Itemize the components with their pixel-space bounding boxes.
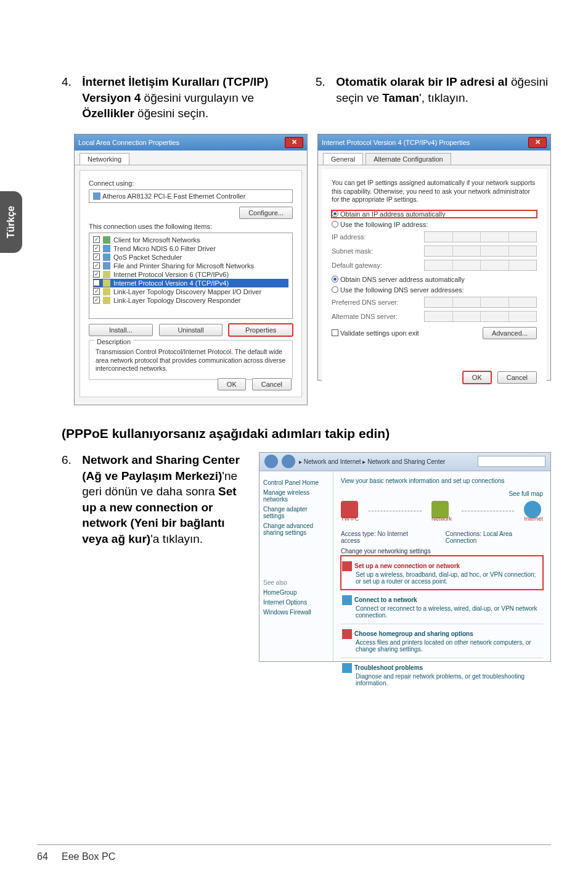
- checkbox-icon[interactable]: ✓: [93, 245, 100, 252]
- step-5-bold-2: Taman: [382, 91, 419, 104]
- items-listbox[interactable]: ✓Client for Microsoft Networks ✓Trend Mi…: [89, 233, 293, 319]
- step-4-text-2: öğesini seçin.: [134, 107, 208, 120]
- dlg1-title: Local Area Connection Properties: [78, 139, 179, 146]
- step-4-number: 4.: [62, 74, 79, 90]
- configure-button[interactable]: Configure...: [239, 207, 293, 219]
- client-icon: [103, 236, 110, 244]
- pdns-label: Preferred DNS server:: [332, 299, 424, 306]
- advanced-button[interactable]: Advanced...: [483, 327, 537, 339]
- connect-desc: Connect or reconnect to a wireless, wire…: [356, 605, 542, 619]
- connections-label: Connections:: [446, 530, 481, 537]
- troubleshoot-icon: [342, 663, 352, 673]
- ok-button[interactable]: OK: [218, 378, 246, 390]
- obtain-dns-auto-row[interactable]: Obtain DNS server address automatically: [332, 276, 537, 283]
- radio-icon[interactable]: [332, 221, 338, 228]
- radio-icon[interactable]: [332, 276, 338, 283]
- see-full-map-link[interactable]: See full map: [508, 490, 543, 497]
- language-tab-label: Türkçe: [6, 206, 17, 238]
- pdns-input: [424, 297, 537, 308]
- sidebar-item[interactable]: Change adapter settings: [263, 506, 329, 519]
- nsc-main: View your basic network information and …: [333, 471, 550, 661]
- step-5-number: 5.: [316, 74, 333, 90]
- homegroup-block[interactable]: Choose homegroup and sharing options Acc…: [341, 624, 543, 658]
- radio-icon[interactable]: [332, 210, 338, 217]
- list-item: ✓Link-Layer Topology Discovery Responder: [93, 296, 288, 305]
- ok-button[interactable]: OK: [463, 371, 491, 384]
- checkbox-icon[interactable]: ✓: [93, 262, 100, 269]
- connect-title: Connect to a network: [354, 596, 417, 603]
- lltd-mapper-icon: [103, 288, 110, 295]
- checkbox-icon[interactable]: ✓: [93, 254, 100, 260]
- use-ip-row[interactable]: Use the following IP address:: [332, 221, 537, 228]
- obtain-ip-auto-row[interactable]: Obtain an IP address automatically: [332, 210, 537, 218]
- setup-new-connection-block[interactable]: Set up a new connection or network Set u…: [341, 556, 543, 590]
- connect-network-block[interactable]: Connect to a network Connect or reconnec…: [341, 590, 543, 624]
- list-item-selected: ✓Internet Protocol Version 4 (TCP/IPv4): [93, 279, 288, 287]
- adns-input: [424, 311, 537, 322]
- forward-icon[interactable]: [282, 455, 295, 468]
- step-4-text-1: öğesini vurgulayın ve: [141, 91, 254, 104]
- search-input[interactable]: [478, 456, 545, 467]
- ipv4-blurb: You can get IP settings assigned automat…: [332, 179, 537, 204]
- step-6-text-2: 'a tıklayın.: [150, 532, 203, 545]
- cancel-button[interactable]: Cancel: [252, 378, 292, 390]
- dlg1-titlebar: Local Area Connection Properties ✕: [75, 134, 307, 151]
- homegroup-title: Choose homegroup and sharing options: [354, 630, 473, 637]
- tab-alternate[interactable]: Alternate Configuration: [365, 153, 451, 165]
- page-number: 64: [37, 851, 48, 862]
- step-5-text-2: ', tıklayın.: [419, 91, 468, 104]
- validate-checkbox[interactable]: [332, 329, 338, 336]
- tab-general[interactable]: General: [323, 153, 363, 165]
- step-6-bold-1: Network and Sharing Center (Ağ ve Paylaş…: [82, 453, 240, 482]
- list-item: ✓File and Printer Sharing for Microsoft …: [93, 262, 288, 270]
- description-text: Transmission Control Protocol/Internet P…: [96, 348, 286, 373]
- breadcrumb[interactable]: ▸ Network and Internet ▸ Network and Sha…: [299, 458, 474, 465]
- close-icon[interactable]: ✕: [528, 137, 547, 148]
- sidebar-item[interactable]: Control Panel Home: [263, 479, 329, 486]
- sidebar-item[interactable]: Manage wireless networks: [263, 489, 329, 503]
- checkbox-icon[interactable]: ✓: [93, 279, 100, 286]
- use-ip-label: Use the following IP address:: [340, 221, 428, 228]
- tab-networking[interactable]: Networking: [80, 153, 129, 165]
- nsc-heading: View your basic network information and …: [341, 477, 543, 484]
- nic-icon: [93, 192, 100, 200]
- troubleshoot-desc: Diagnose and repair network problems, or…: [356, 673, 542, 687]
- properties-button[interactable]: Properties: [229, 324, 293, 336]
- gateway-label: Default gateway:: [332, 262, 424, 269]
- network-sharing-center: ▸ Network and Internet ▸ Network and Sha…: [259, 452, 551, 662]
- checkbox-icon[interactable]: ✓: [93, 297, 100, 303]
- ip-input: [424, 231, 537, 242]
- close-icon[interactable]: ✕: [285, 137, 303, 148]
- checkbox-icon[interactable]: ✓: [93, 236, 100, 243]
- fileshare-icon: [103, 262, 110, 270]
- list-item: ✓Trend Micro NDIS 6.0 Filter Driver: [93, 244, 288, 253]
- dlg1-tabs: Networking: [75, 151, 307, 165]
- connect-using-label: Connect using:: [89, 179, 293, 187]
- gateway-input: [424, 260, 537, 271]
- sidebar-item[interactable]: HomeGroup: [263, 589, 329, 596]
- validate-label: Validate settings upon exit: [340, 329, 419, 337]
- checkbox-icon[interactable]: ✓: [93, 271, 100, 278]
- subnet-input: [424, 245, 537, 257]
- back-icon[interactable]: [264, 455, 278, 468]
- ip-label: IP address:: [332, 233, 424, 241]
- list-item: ✓Client for Microsoft Networks: [93, 236, 288, 244]
- sidebar-item[interactable]: Windows Firewall: [263, 609, 329, 616]
- language-tab: Türkçe: [0, 191, 22, 253]
- list-item: ✓Link-Layer Topology Discovery Mapper I/…: [93, 287, 288, 296]
- uses-items-label: This connection uses the following items…: [89, 223, 293, 230]
- cancel-button[interactable]: Cancel: [497, 371, 537, 384]
- troubleshoot-block[interactable]: Troubleshoot problems Diagnose and repai…: [341, 658, 543, 691]
- radio-icon[interactable]: [332, 286, 338, 293]
- checkbox-icon[interactable]: ✓: [93, 288, 100, 295]
- nsc-sidebar: Control Panel Home Manage wireless netwo…: [259, 471, 333, 661]
- homegroup-desc: Access files and printers located on oth…: [356, 639, 542, 653]
- uninstall-button[interactable]: Uninstall: [159, 324, 223, 336]
- sidebar-item[interactable]: Change advanced sharing settings: [263, 522, 329, 536]
- sidebar-item[interactable]: Internet Options: [263, 599, 329, 606]
- sidebar-seealso: See also: [263, 579, 329, 586]
- use-dns-row[interactable]: Use the following DNS server addresses:: [332, 286, 537, 294]
- install-button[interactable]: Install...: [89, 324, 153, 336]
- dlg2-title: Internet Protocol Version 4 (TCP/IPv4) P…: [322, 139, 470, 146]
- lltd-responder-icon: [103, 297, 110, 304]
